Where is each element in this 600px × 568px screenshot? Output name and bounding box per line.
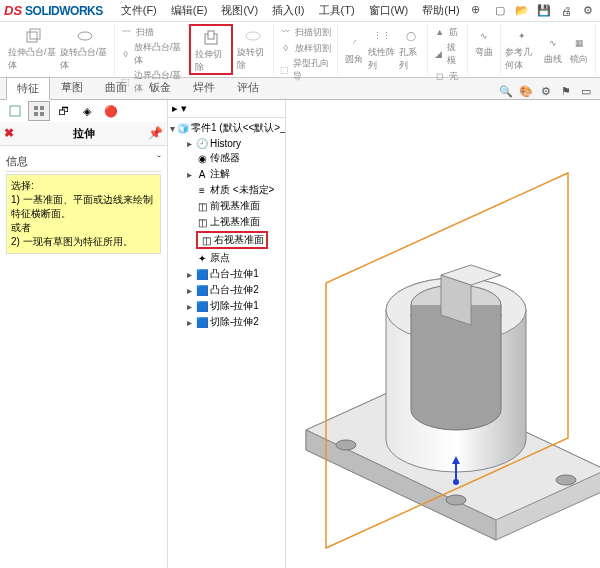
rib-button[interactable]: ▲筋 xyxy=(431,24,465,40)
tab-eval[interactable]: 评估 xyxy=(226,76,270,99)
tab-feature[interactable]: 特征 xyxy=(6,77,50,100)
pm-tab-appearance[interactable]: 🔴 xyxy=(100,101,122,121)
svg-rect-8 xyxy=(40,106,44,110)
loft-button[interactable]: ◊放样凸台/基体 xyxy=(118,40,186,68)
pm-info: 信息ˇ 选择: 1) 一基准面、平面或边线来绘制特征横断面。 或者 2) 一现有… xyxy=(0,146,167,260)
extrude-boss-button[interactable]: 拉伸凸台/基体 xyxy=(7,24,59,74)
pm-pin-icon[interactable]: 📌 xyxy=(148,126,163,140)
tree-origin[interactable]: ✦原点 xyxy=(170,250,283,266)
svg-rect-10 xyxy=(40,112,44,116)
tree-sensors[interactable]: ◉传感器 xyxy=(170,150,283,166)
tree-cut2[interactable]: ▸🟦切除-拉伸2 xyxy=(170,314,283,330)
pm-title: 拉伸 xyxy=(73,127,95,139)
pm-info-header[interactable]: 信息ˇ xyxy=(6,152,161,172)
menu-view[interactable]: 视图(V) xyxy=(215,1,264,20)
new-icon[interactable]: ▢ xyxy=(492,3,508,19)
tab-sheet[interactable]: 钣金 xyxy=(138,76,182,99)
fillet-button[interactable]: ◜圆角 xyxy=(341,24,367,74)
shell-button[interactable]: ◻壳 xyxy=(431,68,465,84)
tree-root[interactable]: ▾🧊零件1 (默认<<默认>_显... xyxy=(170,120,283,136)
svg-point-2 xyxy=(78,32,92,40)
pm-tab-target[interactable]: ◈ xyxy=(76,101,98,121)
tree-material[interactable]: ≡材质 <未指定> xyxy=(170,182,283,198)
point-icon[interactable]: ⊕ xyxy=(468,1,484,17)
tree-front-plane[interactable]: ◫前视基准面 xyxy=(170,198,283,214)
svg-point-5 xyxy=(246,32,260,40)
menu-tools[interactable]: 工具(T) xyxy=(313,1,361,20)
svg-rect-1 xyxy=(30,29,40,39)
tree-nav-icon[interactable]: ▸ xyxy=(172,102,178,115)
model-view xyxy=(286,100,600,568)
tree-annotations[interactable]: ▸A注解 xyxy=(170,166,283,182)
sweep-button[interactable]: 〰扫描 xyxy=(118,24,186,40)
boundary-cut-button[interactable]: ⬚异型孔向导 xyxy=(277,56,335,84)
svg-point-20 xyxy=(453,479,459,485)
revolve-boss-button[interactable]: 旋转凸台/基体 xyxy=(59,24,111,74)
flag-icon[interactable]: ⚑ xyxy=(558,83,574,99)
tree-top-plane[interactable]: ◫上视基准面 xyxy=(170,214,283,230)
tree-toolbar: ▸ ▾ xyxy=(168,100,285,118)
refgeom-button[interactable]: ✦参考几何体 xyxy=(504,24,540,74)
property-manager: 🗗 ◈ 🔴 ✖ 拉伸 📌 信息ˇ 选择: 1) 一基准面、平面或边线来绘制特征横… xyxy=(0,100,168,568)
app-logo: DS SOLIDWORKS xyxy=(4,3,103,18)
collapse-arrow-icon[interactable]: ˇ xyxy=(157,154,161,169)
tree-filter-icon[interactable]: ▾ xyxy=(181,102,187,115)
menu-insert[interactable]: 插入(I) xyxy=(266,1,310,20)
menu-file[interactable]: 文件(F) xyxy=(115,1,163,20)
tree-cut1[interactable]: ▸🟦切除-拉伸1 xyxy=(170,298,283,314)
pm-cancel-icon[interactable]: ✖ xyxy=(4,126,14,140)
menu-edit[interactable]: 编辑(E) xyxy=(165,1,214,20)
revolve-cut-button[interactable]: 旋转切除 xyxy=(236,24,270,74)
svg-rect-7 xyxy=(34,106,38,110)
svg-point-12 xyxy=(446,495,466,505)
svg-point-13 xyxy=(556,475,576,485)
menu-window[interactable]: 窗口(W) xyxy=(363,1,415,20)
pattern-button[interactable]: ⋮⋮线性阵列 xyxy=(367,24,397,74)
tree-history[interactable]: ▸🕘History xyxy=(170,136,283,150)
hole-button[interactable]: ◯孔系列 xyxy=(398,24,424,74)
feature-tree-panel: ▸ ▾ ▾🧊零件1 (默认<<默认>_显... ▸🕘History ◉传感器 ▸… xyxy=(168,100,286,568)
appearance-icon[interactable]: 🎨 xyxy=(518,83,534,99)
menu-bar: DS SOLIDWORKS 文件(F) 编辑(E) 视图(V) 插入(I) 工具… xyxy=(0,0,600,22)
pm-tab-config[interactable] xyxy=(28,101,50,121)
open-icon[interactable]: 📂 xyxy=(514,3,530,19)
settings-icon[interactable]: ⚙ xyxy=(580,3,596,19)
svg-rect-4 xyxy=(208,31,214,39)
wrap-button[interactable]: ∿弯曲 xyxy=(471,24,497,61)
sweep-cut-button[interactable]: 〰扫描切割 xyxy=(277,24,335,40)
svg-rect-6 xyxy=(10,106,20,116)
menu-help[interactable]: 帮助(H) xyxy=(416,1,465,20)
curves-button[interactable]: ∿曲线 xyxy=(540,24,566,74)
ribbon: 拉伸凸台/基体 旋转凸台/基体 〰扫描 ◊放样凸台/基体 ⬚边界凸台/基体 拉伸… xyxy=(0,22,600,78)
tab-weld[interactable]: 焊件 xyxy=(182,76,226,99)
draft-button[interactable]: ◢拔模 xyxy=(431,40,465,68)
svg-point-11 xyxy=(336,440,356,450)
pm-tabs: 🗗 ◈ 🔴 xyxy=(0,100,167,122)
cog-icon[interactable]: ⚙ xyxy=(538,83,554,99)
tab-sketch[interactable]: 草图 xyxy=(50,76,94,99)
quick-toolbar: ▢ 📂 💾 🖨 ⚙ xyxy=(492,3,596,19)
tree-boss2[interactable]: ▸🟦凸台-拉伸2 xyxy=(170,282,283,298)
svg-rect-0 xyxy=(27,32,37,42)
search-icon[interactable]: 🔍 xyxy=(498,83,514,99)
feature-tree: ▾🧊零件1 (默认<<默认>_显... ▸🕘History ◉传感器 ▸A注解 … xyxy=(168,118,285,332)
extrude-cut-button[interactable]: 拉伸切除 xyxy=(194,26,228,76)
logo-text: SOLIDWORKS xyxy=(25,4,103,18)
svg-rect-9 xyxy=(34,112,38,116)
save-icon[interactable]: 💾 xyxy=(536,3,552,19)
viewport[interactable]: 软件自学网 xyxy=(286,100,600,568)
menu-items: 文件(F) 编辑(E) 视图(V) 插入(I) 工具(T) 窗口(W) 帮助(H… xyxy=(115,1,484,20)
pm-title-bar: ✖ 拉伸 📌 xyxy=(0,122,167,146)
tree-boss1[interactable]: ▸🟦凸台-拉伸1 xyxy=(170,266,283,282)
pm-tab-feature[interactable] xyxy=(4,101,26,121)
loft-cut-button[interactable]: ◊放样切割 xyxy=(277,40,335,56)
logo-ds: DS xyxy=(4,3,22,18)
pm-message: 选择: 1) 一基准面、平面或边线来绘制特征横断面。 或者 2) 一现有草图为特… xyxy=(6,174,161,254)
main-area: 🗗 ◈ 🔴 ✖ 拉伸 📌 信息ˇ 选择: 1) 一基准面、平面或边线来绘制特征横… xyxy=(0,100,600,568)
pm-tab-display[interactable]: 🗗 xyxy=(52,101,74,121)
tab-surface[interactable]: 曲面 xyxy=(94,76,138,99)
tree-right-plane[interactable]: ◫右视基准面 xyxy=(170,230,283,250)
mirror-button[interactable]: ▦镜向 xyxy=(566,24,592,74)
collapse-icon[interactable]: ▭ xyxy=(578,83,594,99)
print-icon[interactable]: 🖨 xyxy=(558,3,574,19)
